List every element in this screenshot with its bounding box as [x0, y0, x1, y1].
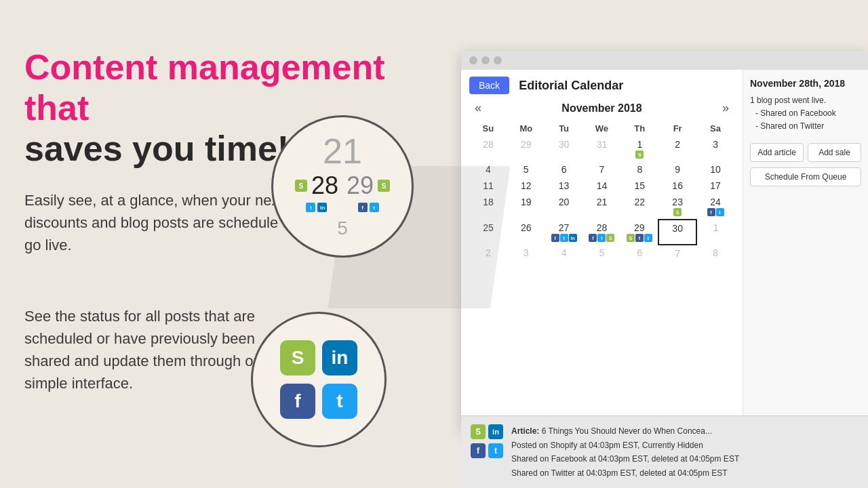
- day-number: 3: [698, 139, 733, 150]
- facebook-icon: f: [635, 234, 644, 242]
- calendar-day[interactable]: 29Sft: [620, 220, 658, 245]
- calendar-area: Back Editorial Calendar « November 2018 …: [461, 70, 743, 428]
- day-number: 6: [547, 164, 582, 175]
- editorial-calendar-title: Editorial Calendar: [519, 79, 623, 93]
- calendar-day[interactable]: 15: [620, 178, 658, 194]
- calendar-day[interactable]: 28: [469, 136, 507, 161]
- subtext2: See the status for all posts that are sc…: [24, 305, 275, 394]
- calendar-day[interactable]: 3: [696, 136, 734, 161]
- calendar-day[interactable]: 1: [696, 220, 734, 245]
- calendar-day[interactable]: 17: [696, 178, 734, 194]
- calendar-day[interactable]: 30: [545, 136, 583, 161]
- calendar-day[interactable]: 22: [620, 194, 658, 220]
- sidebar-panel: November 28th, 2018 1 blog post went liv…: [743, 70, 868, 428]
- next-month-button[interactable]: »: [717, 101, 734, 115]
- window-dot-2: [481, 56, 490, 64]
- calendar-day[interactable]: 16: [658, 178, 696, 194]
- day-number: 29: [622, 222, 656, 233]
- calendar-day[interactable]: 1S: [620, 136, 658, 161]
- linkedin-icon: in: [569, 234, 577, 242]
- day-number: 2: [660, 139, 695, 150]
- calendar-week-row: 252627ftin28ftS29Sft301: [469, 220, 734, 245]
- cal-month-label: November 2018: [561, 102, 642, 115]
- day-number: 14: [585, 180, 620, 191]
- day-number: 3: [509, 247, 544, 258]
- day-number: 17: [698, 180, 733, 191]
- prev-month-button[interactable]: «: [469, 101, 487, 115]
- calendar-day[interactable]: 29: [507, 136, 545, 161]
- weekday-header-row: Su Mo Tu We Th Fr Sa: [469, 121, 734, 136]
- browser-titlebar: [461, 51, 868, 70]
- calendar-day[interactable]: 20: [545, 194, 583, 220]
- calendar-day[interactable]: 13: [545, 178, 583, 194]
- day-number: 4: [547, 247, 582, 258]
- shopify-icon-zoom: S: [295, 180, 307, 192]
- calendar-day[interactable]: 21: [583, 194, 621, 220]
- back-button[interactable]: Back: [469, 77, 509, 94]
- day-number: 1: [698, 222, 733, 233]
- bottom-line3: Shared on Twitter at 04:03pm EST, delete…: [511, 466, 739, 480]
- calendar-day[interactable]: 7: [583, 161, 621, 178]
- weekday-mo: Mo: [507, 121, 545, 136]
- calendar-week-row: 181920212223S24ft: [469, 194, 734, 220]
- event-icons: S: [660, 208, 695, 216]
- event-icons: S: [622, 150, 657, 159]
- calendar-day[interactable]: 4: [545, 245, 583, 262]
- calendar-day[interactable]: 23S: [658, 194, 696, 220]
- headline-line2: saves you time!: [24, 129, 289, 168]
- calendar-day[interactable]: 6: [620, 245, 658, 262]
- calendar-day[interactable]: 27ftin: [545, 220, 583, 245]
- calendar-day[interactable]: 24ft: [696, 194, 734, 220]
- day-number: 28: [585, 222, 620, 233]
- weekday-sa: Sa: [696, 121, 734, 136]
- calendar-day[interactable]: 2: [658, 136, 696, 161]
- calendar-day[interactable]: 8: [620, 161, 658, 178]
- add-sale-button[interactable]: Add sale: [808, 143, 861, 162]
- bottom-line1: Posted on Shopify at 04:03pm EST, Curren…: [511, 439, 739, 452]
- twitter-icon-z2: t: [370, 203, 379, 212]
- browser-body: Back Editorial Calendar « November 2018 …: [461, 70, 868, 428]
- subtext1: Easily see, at a glance, when your next …: [24, 189, 296, 256]
- day-number: 12: [509, 180, 544, 191]
- schedule-from-queue-button[interactable]: Schedule From Queue: [750, 167, 861, 186]
- calendar-day[interactable]: 8: [696, 245, 734, 262]
- calendar-day[interactable]: 26: [507, 220, 545, 245]
- calendar-day[interactable]: 12: [507, 178, 545, 194]
- calendar-day[interactable]: 9: [658, 161, 696, 178]
- twitter-icon: t: [644, 234, 652, 242]
- twitter-big-icon: t: [322, 384, 357, 419]
- zoom-num-5: 5: [295, 218, 390, 239]
- sidebar-info-line2: - Shared on Facebook: [750, 107, 861, 120]
- calendar-day[interactable]: 5: [583, 245, 621, 262]
- weekday-th: Th: [620, 121, 658, 136]
- calendar-day[interactable]: 31: [583, 136, 621, 161]
- day-number: 5: [585, 247, 620, 258]
- day-number: 20: [547, 197, 582, 207]
- calendar-week-row: 11121314151617: [469, 178, 734, 194]
- calendar-day[interactable]: 3: [507, 245, 545, 262]
- calendar-day[interactable]: 30: [658, 220, 696, 245]
- cal-nav: « November 2018 »: [469, 101, 734, 115]
- event-icons: Sft: [622, 234, 656, 242]
- day-number: 28: [471, 139, 506, 150]
- calendar-day[interactable]: 28ftS: [583, 220, 621, 245]
- calendar-day[interactable]: 19: [507, 194, 545, 220]
- calendar-day[interactable]: 6: [545, 161, 583, 178]
- facebook-icon: f: [707, 208, 715, 216]
- calendar-day[interactable]: 5: [507, 161, 545, 178]
- bottom-icons: S in f t: [471, 424, 503, 458]
- calendar-day[interactable]: 7: [658, 245, 696, 262]
- browser-window: Back Editorial Calendar « November 2018 …: [461, 51, 868, 430]
- twitter-icon-z1: t: [306, 203, 315, 212]
- facebook-icon-z2: f: [358, 203, 368, 212]
- day-number: 9: [660, 164, 695, 175]
- shopify-icon: S: [606, 234, 614, 242]
- calendar-day[interactable]: 14: [583, 178, 621, 194]
- weekday-we: We: [583, 121, 621, 136]
- calendar-grid: Su Mo Tu We Th Fr Sa 282930311S234567891…: [469, 121, 734, 262]
- zoom-circle-bottom: S in f t: [251, 312, 387, 447]
- calendar-day[interactable]: 10: [696, 161, 734, 178]
- linkedin-icon-bottom: in: [488, 424, 503, 439]
- day-number: 10: [698, 164, 733, 175]
- add-article-button[interactable]: Add article: [750, 143, 804, 162]
